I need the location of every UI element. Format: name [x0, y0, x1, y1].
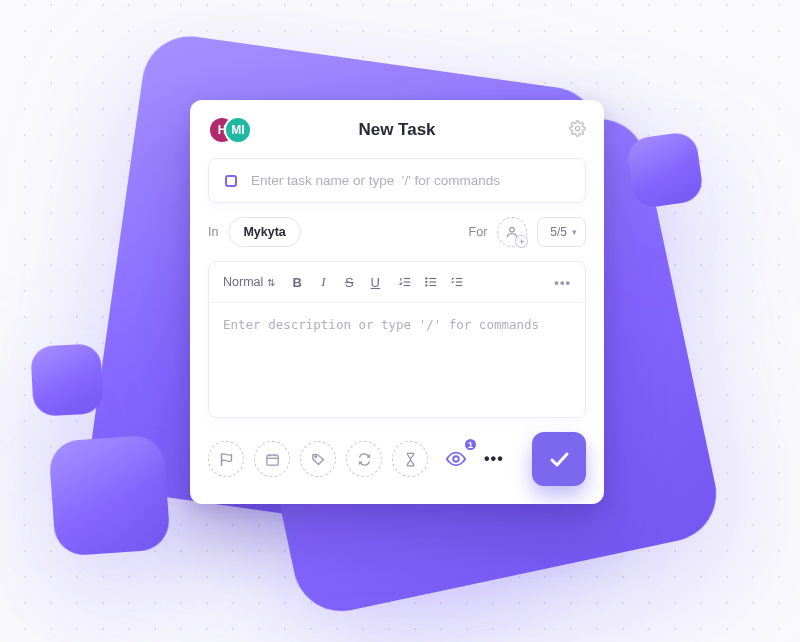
numbered-list-button[interactable] — [393, 270, 417, 294]
sort-icon: ⇅ — [267, 277, 275, 288]
assignee-picker[interactable]: + — [497, 217, 527, 247]
hourglass-icon — [403, 452, 418, 467]
eye-icon — [445, 448, 467, 470]
chevron-down-icon: ▾ — [572, 227, 577, 237]
svg-point-10 — [426, 285, 427, 286]
task-meta-row: In Mykyta For + 5/5 ▾ — [208, 217, 586, 247]
priority-value: 5/5 — [550, 225, 567, 239]
svg-point-19 — [314, 455, 316, 457]
flag-icon — [219, 452, 234, 467]
task-name-row — [208, 158, 586, 203]
decor-square-left-a — [30, 343, 104, 417]
checklist-button[interactable] — [445, 270, 469, 294]
modal-footer: 1 ••• — [208, 432, 586, 486]
stage: H MI New Task In Mykyta For — [0, 0, 800, 642]
check-icon — [547, 447, 571, 471]
status-indicator[interactable] — [225, 175, 237, 187]
tags-button[interactable] — [300, 441, 336, 477]
underline-button[interactable]: U — [363, 270, 387, 294]
watchers-button[interactable]: 1 — [438, 441, 474, 477]
svg-point-0 — [575, 126, 579, 130]
svg-rect-15 — [266, 455, 277, 465]
svg-point-1 — [510, 227, 515, 232]
description-editor: Normal ⇅ B I S U — [208, 261, 586, 418]
recurring-button[interactable] — [346, 441, 382, 477]
text-style-selector[interactable]: Normal ⇅ — [219, 275, 279, 289]
strikethrough-button[interactable]: S — [337, 270, 361, 294]
task-name-input[interactable] — [251, 173, 569, 188]
svg-point-9 — [426, 281, 427, 282]
description-input[interactable] — [209, 303, 585, 413]
avatar-stack[interactable]: H MI — [208, 116, 252, 144]
list-group — [393, 270, 469, 294]
editor-toolbar: Normal ⇅ B I S U — [209, 262, 585, 303]
plus-icon: + — [515, 235, 528, 248]
time-estimate-button[interactable] — [392, 441, 428, 477]
in-label: In — [208, 225, 218, 239]
flag-button[interactable] — [208, 441, 244, 477]
italic-button[interactable]: I — [311, 270, 335, 294]
for-label: For — [469, 225, 488, 239]
recurring-icon — [357, 452, 372, 467]
toolbar-more-button[interactable]: ••• — [550, 270, 575, 294]
gear-icon — [569, 120, 586, 137]
numbered-list-icon — [398, 275, 412, 289]
tag-icon — [311, 452, 326, 467]
bulleted-list-icon — [424, 275, 438, 289]
checklist-icon — [450, 275, 464, 289]
svg-point-20 — [453, 456, 459, 462]
settings-button[interactable] — [569, 120, 586, 137]
priority-selector[interactable]: 5/5 ▾ — [537, 217, 586, 247]
modal-header: H MI New Task — [208, 116, 586, 144]
new-task-modal: H MI New Task In Mykyta For — [190, 100, 604, 504]
decor-square-left-b — [48, 434, 171, 557]
watchers-count-badge: 1 — [463, 437, 478, 452]
svg-point-8 — [426, 278, 427, 279]
format-group: B I S U — [285, 270, 387, 294]
avatar[interactable]: MI — [224, 116, 252, 144]
date-button[interactable] — [254, 441, 290, 477]
decor-square-top-right — [625, 130, 704, 209]
bulleted-list-button[interactable] — [419, 270, 443, 294]
text-style-label: Normal — [223, 275, 263, 289]
list-selected-value: Mykyta — [243, 225, 285, 239]
bold-button[interactable]: B — [285, 270, 309, 294]
create-task-button[interactable] — [532, 432, 586, 486]
modal-title: New Task — [358, 120, 435, 140]
calendar-icon — [265, 452, 280, 467]
list-selector[interactable]: Mykyta — [228, 217, 300, 247]
footer-more-button[interactable]: ••• — [484, 450, 504, 468]
